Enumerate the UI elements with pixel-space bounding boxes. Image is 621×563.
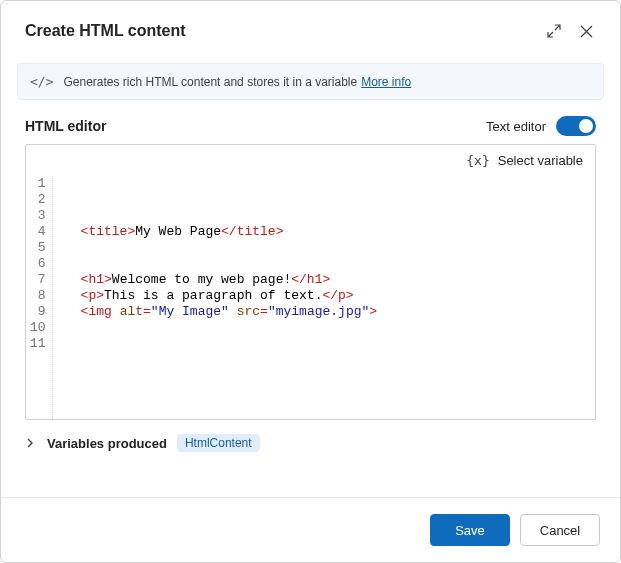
dialog-title: Create HTML content: [25, 22, 536, 40]
chevron-right-icon: [25, 438, 37, 448]
variables-produced-row[interactable]: Variables produced HtmlContent: [1, 420, 620, 462]
line-number: 7: [30, 272, 46, 288]
editor-header: HTML editor Text editor: [1, 110, 620, 144]
code-line[interactable]: <h1>Welcome to my web page!</h1>: [81, 272, 378, 288]
text-editor-toggle-label: Text editor: [486, 119, 546, 134]
line-number: 4: [30, 224, 46, 240]
more-info-link[interactable]: More info: [361, 75, 411, 89]
code-area[interactable]: 1234567891011 <title>My Web Page</title>…: [26, 176, 595, 419]
code-line[interactable]: <p>This is a paragraph of text.</p>: [81, 288, 378, 304]
code-icon: </>: [30, 74, 53, 89]
editor-toolbar: {x} Select variable: [26, 145, 595, 176]
line-number: 3: [30, 208, 46, 224]
code-line[interactable]: [81, 256, 378, 272]
code-line[interactable]: [81, 240, 378, 256]
select-variable-button[interactable]: Select variable: [498, 153, 583, 168]
code-line[interactable]: [81, 320, 378, 336]
code-line[interactable]: <title>My Web Page</title>: [81, 224, 378, 240]
editor-title: HTML editor: [25, 118, 486, 134]
code-editor: {x} Select variable 1234567891011 <title…: [25, 144, 596, 420]
code-line[interactable]: [81, 192, 378, 208]
line-number: 6: [30, 256, 46, 272]
code-content[interactable]: <title>My Web Page</title><h1>Welcome to…: [53, 176, 378, 419]
expand-icon[interactable]: [540, 17, 568, 45]
line-number: 8: [30, 288, 46, 304]
code-line[interactable]: [81, 336, 378, 352]
code-line[interactable]: [81, 208, 378, 224]
save-button[interactable]: Save: [430, 514, 510, 546]
variable-pill[interactable]: HtmlContent: [177, 434, 260, 452]
dialog-header: Create HTML content: [1, 1, 620, 57]
cancel-button[interactable]: Cancel: [520, 514, 600, 546]
code-line[interactable]: [81, 176, 378, 192]
variables-produced-label: Variables produced: [47, 436, 167, 451]
variable-icon: {x}: [466, 153, 489, 168]
dialog-footer: Save Cancel: [1, 497, 620, 562]
line-number: 2: [30, 192, 46, 208]
info-text: Generates rich HTML content and stores i…: [63, 75, 357, 89]
text-editor-toggle[interactable]: [556, 116, 596, 136]
line-number: 10: [30, 320, 46, 336]
line-number: 1: [30, 176, 46, 192]
line-gutter: 1234567891011: [26, 176, 53, 419]
code-line[interactable]: <img alt="My Image" src="myimage.jpg">: [81, 304, 378, 320]
info-bar: </> Generates rich HTML content and stor…: [17, 63, 604, 100]
line-number: 5: [30, 240, 46, 256]
dialog: Create HTML content </> Generates rich H…: [0, 0, 621, 563]
close-icon[interactable]: [572, 17, 600, 45]
line-number: 11: [30, 336, 46, 352]
line-number: 9: [30, 304, 46, 320]
